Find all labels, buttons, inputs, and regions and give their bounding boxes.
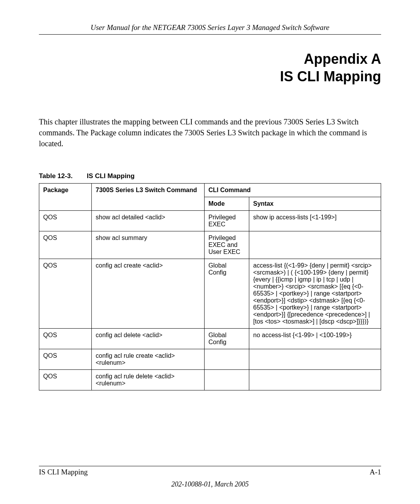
- cell-package: QOS: [39, 259, 92, 329]
- footer-page-number: A-1: [369, 468, 381, 476]
- cell-command: show acl summary: [92, 231, 205, 259]
- cell-mode: [205, 370, 249, 390]
- appendix-title: Appendix A IS CLI Mapping: [39, 50, 381, 85]
- th-cli: CLI Command: [205, 184, 381, 197]
- cell-syntax: [249, 231, 381, 259]
- cell-syntax: [249, 370, 381, 390]
- cell-mode: Privileged EXEC and User EXEC: [205, 231, 249, 259]
- page-footer: IS CLI Mapping A-1 202-10088-01, March 2…: [39, 466, 381, 488]
- cli-mapping-table: Package 7300S Series L3 Switch Command C…: [39, 183, 381, 390]
- th-package: Package: [39, 184, 92, 211]
- cell-package: QOS: [39, 231, 92, 259]
- cell-command: config acl create <aclid>: [92, 259, 205, 329]
- cell-mode: Global Config: [205, 329, 249, 349]
- cell-command: config acl delete <aclid>: [92, 329, 205, 349]
- table-row: QOS config acl delete <aclid> Global Con…: [39, 329, 381, 349]
- cell-mode: Global Config: [205, 259, 249, 329]
- footer-publication: 202-10088-01, March 2005: [39, 480, 381, 488]
- appendix-line1: Appendix A: [39, 50, 381, 68]
- running-header: User Manual for the NETGEAR 7300S Series…: [39, 23, 381, 35]
- cell-package: QOS: [39, 211, 92, 231]
- table-title: IS CLI Mapping: [87, 172, 135, 180]
- appendix-line2: IS CLI Mapping: [39, 68, 381, 85]
- cell-package: QOS: [39, 329, 92, 349]
- th-mode: Mode: [205, 197, 249, 211]
- table-row: QOS config acl rule delete <aclid> <rule…: [39, 370, 381, 390]
- table-row: QOS show acl detailed <aclid> Privileged…: [39, 211, 381, 231]
- cell-command: config acl rule create <aclid> <rulenum>: [92, 349, 205, 370]
- table-row: QOS config acl rule create <aclid> <rule…: [39, 349, 381, 370]
- cell-syntax: [249, 349, 381, 370]
- intro-paragraph: This chapter illustrates the mapping bet…: [39, 116, 381, 149]
- table-row: QOS config acl create <aclid> Global Con…: [39, 259, 381, 329]
- cell-mode: [205, 349, 249, 370]
- th-command: 7300S Series L3 Switch Command: [92, 184, 205, 211]
- cell-syntax: access-list {(<1-99> {deny | permit} <sr…: [249, 259, 381, 329]
- table-number: Table 12-3.: [39, 172, 73, 180]
- cell-syntax: no access-list {<1-99> | <100-199>}: [249, 329, 381, 349]
- cell-package: QOS: [39, 370, 92, 390]
- th-syntax: Syntax: [249, 197, 381, 211]
- table-caption: Table 12-3. IS CLI Mapping: [39, 172, 381, 180]
- cell-command: config acl rule delete <aclid> <rulenum>: [92, 370, 205, 390]
- cell-syntax: show ip access-lists [<1-199>]: [249, 211, 381, 231]
- cell-command: show acl detailed <aclid>: [92, 211, 205, 231]
- cell-mode: Privileged EXEC: [205, 211, 249, 231]
- table-row: QOS show acl summary Privileged EXEC and…: [39, 231, 381, 259]
- cell-package: QOS: [39, 349, 92, 370]
- footer-section: IS CLI Mapping: [39, 468, 88, 476]
